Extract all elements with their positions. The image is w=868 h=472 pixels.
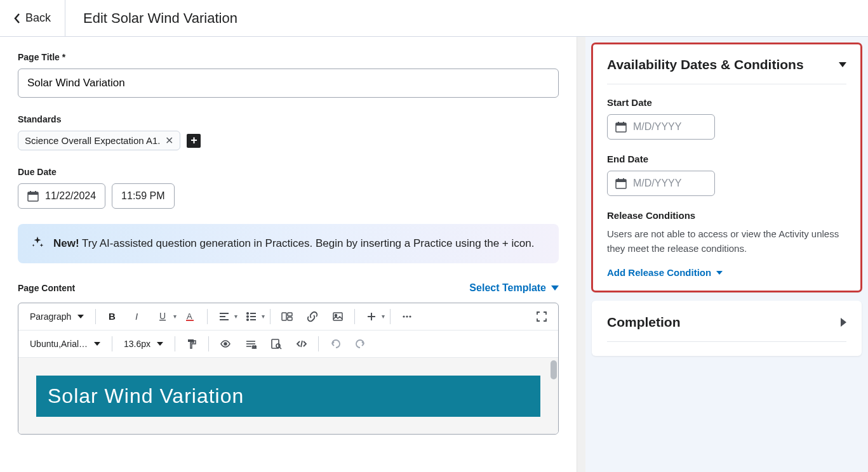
svg-rect-42 xyxy=(618,178,619,180)
svg-point-16 xyxy=(247,318,248,320)
standard-chip-label: Science Overall Expectation A1. xyxy=(25,135,160,146)
due-date-row: 11/22/2024 11:59 PM xyxy=(18,183,559,209)
image-button[interactable] xyxy=(326,307,349,326)
svg-rect-21 xyxy=(333,313,342,320)
svg-point-25 xyxy=(403,315,405,317)
block-style-label: Paragraph xyxy=(30,311,71,322)
text-color-button[interactable]: A xyxy=(179,307,202,326)
editor-body[interactable]: Solar Wind Variation xyxy=(18,358,558,434)
redo-button[interactable] xyxy=(349,334,372,353)
list-button[interactable] xyxy=(240,307,263,326)
svg-rect-41 xyxy=(616,180,626,182)
separator xyxy=(95,309,96,324)
start-date-label: Start Date xyxy=(607,97,846,108)
scrollbar-thumb[interactable] xyxy=(551,360,557,379)
separator xyxy=(207,309,208,324)
svg-point-12 xyxy=(247,312,248,313)
due-time-input[interactable]: 11:59 PM xyxy=(112,183,174,209)
end-date-input[interactable]: M/D/YYYY xyxy=(607,171,715,196)
more-button[interactable] xyxy=(396,307,418,326)
add-release-condition-button[interactable]: Add Release Condition xyxy=(607,267,846,278)
completion-panel: Completion xyxy=(592,301,862,356)
banner-text: New! Try AI-assisted question generation… xyxy=(53,235,534,252)
accessibility-button[interactable] xyxy=(214,334,237,353)
toolbar-row-2: Ubuntu,Arial… 13.6px 123 xyxy=(18,331,558,358)
add-release-label: Add Release Condition xyxy=(607,267,711,278)
select-template-button[interactable]: Select Template xyxy=(469,282,559,294)
block-style-select[interactable]: Paragraph xyxy=(23,308,90,325)
select-template-label: Select Template xyxy=(469,282,546,294)
word-count-button[interactable]: 123 xyxy=(239,334,262,353)
page-title-input[interactable] xyxy=(18,69,559,98)
page-title: Edit Solar Wind Variation xyxy=(65,10,255,27)
link-button[interactable] xyxy=(301,307,324,326)
format-painter-button[interactable] xyxy=(180,334,203,353)
svg-text:U: U xyxy=(159,311,166,321)
content-header: Page Content Select Template xyxy=(18,282,559,294)
standard-chip[interactable]: Science Overall Expectation A1. ✕ xyxy=(18,131,180,150)
underline-button[interactable]: U xyxy=(152,307,175,326)
bold-button[interactable]: B xyxy=(101,307,124,326)
svg-point-27 xyxy=(410,315,411,317)
svg-text:123: 123 xyxy=(252,345,257,349)
ai-banner: New! Try AI-assisted question generation… xyxy=(18,224,559,263)
svg-rect-38 xyxy=(618,122,619,124)
due-time-value: 11:59 PM xyxy=(121,190,164,202)
completion-header[interactable]: Completion xyxy=(607,315,846,342)
svg-text:A: A xyxy=(187,311,192,321)
chevron-down-icon[interactable]: ▾ xyxy=(234,313,237,320)
calendar-icon xyxy=(27,190,39,202)
svg-rect-37 xyxy=(616,123,626,126)
font-family-label: Ubuntu,Arial… xyxy=(30,339,88,349)
chevron-down-icon[interactable]: ▾ xyxy=(382,313,385,320)
back-label: Back xyxy=(25,11,51,25)
separator xyxy=(112,336,112,351)
svg-rect-39 xyxy=(623,122,624,124)
chevron-down-icon xyxy=(157,342,163,346)
fullscreen-button[interactable] xyxy=(530,307,553,326)
italic-button[interactable]: I xyxy=(126,307,149,326)
separator xyxy=(390,309,391,324)
back-button[interactable]: Back xyxy=(0,0,65,36)
due-date-input[interactable]: 11/22/2024 xyxy=(18,183,105,209)
toolbar-row-1: Paragraph B I U ▾ A ▾ ▾ ▾ xyxy=(18,303,558,331)
calendar-icon xyxy=(615,121,627,133)
svg-text:B: B xyxy=(109,311,116,322)
right-column: Availability Dates & Conditions Start Da… xyxy=(585,37,868,472)
standards-label: Standards xyxy=(18,114,559,124)
availability-title: Availability Dates & Conditions xyxy=(607,57,804,72)
close-icon[interactable]: ✕ xyxy=(165,136,173,146)
separator xyxy=(354,309,355,324)
separator xyxy=(175,336,175,351)
svg-line-35 xyxy=(279,347,281,349)
align-button[interactable] xyxy=(213,307,236,326)
start-date-input[interactable]: M/D/YYYY xyxy=(607,114,715,140)
svg-point-26 xyxy=(406,315,408,317)
svg-rect-18 xyxy=(282,313,286,320)
font-family-select[interactable]: Ubuntu,Arial… xyxy=(23,335,107,353)
banner-body: Try AI-assisted question generation in P… xyxy=(79,237,535,249)
chevron-down-icon xyxy=(716,271,723,275)
vertical-scrollbar[interactable] xyxy=(577,37,585,472)
preview-button[interactable] xyxy=(265,334,288,353)
chevron-down-icon[interactable]: ▾ xyxy=(173,313,177,320)
availability-header[interactable]: Availability Dates & Conditions xyxy=(607,57,846,84)
add-standard-button[interactable]: + xyxy=(187,134,201,148)
svg-rect-3 xyxy=(35,191,36,193)
release-conditions-label: Release Conditions xyxy=(607,210,846,221)
due-date-label: Due Date xyxy=(18,167,559,177)
insert-element-button[interactable] xyxy=(276,307,298,326)
insert-more-button[interactable] xyxy=(360,307,383,326)
separator xyxy=(318,336,319,351)
font-size-select[interactable]: 13.6px xyxy=(117,335,170,353)
document-heading[interactable]: Solar Wind Variation xyxy=(36,376,540,417)
chevron-down-icon xyxy=(551,285,559,291)
svg-text:I: I xyxy=(135,311,138,322)
undo-button[interactable] xyxy=(324,334,347,353)
svg-point-14 xyxy=(247,315,248,317)
source-code-button[interactable] xyxy=(290,334,313,353)
svg-rect-8 xyxy=(186,320,194,321)
chevron-down-icon[interactable]: ▾ xyxy=(262,313,265,320)
rich-text-editor: Paragraph B I U ▾ A ▾ ▾ ▾ xyxy=(18,303,559,435)
font-size-label: 13.6px xyxy=(124,339,150,349)
